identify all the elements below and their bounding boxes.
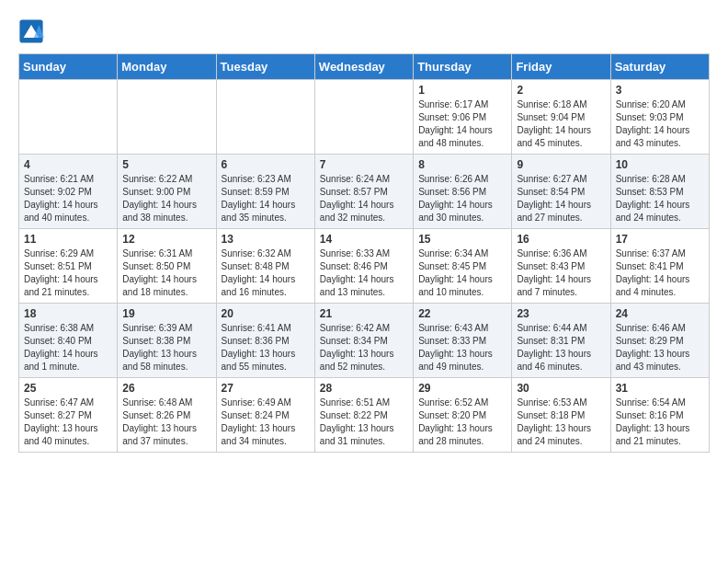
day-number: 26 [122, 382, 210, 395]
calendar-cell: 13Sunrise: 6:32 AM Sunset: 8:48 PM Dayli… [216, 229, 314, 304]
day-info: Sunrise: 6:37 AM Sunset: 8:41 PM Dayligh… [616, 247, 704, 299]
calendar-cell: 2Sunrise: 6:18 AM Sunset: 9:04 PM Daylig… [512, 80, 610, 155]
calendar-cell: 19Sunrise: 6:39 AM Sunset: 8:38 PM Dayli… [118, 304, 216, 378]
day-info: Sunrise: 6:32 AM Sunset: 8:48 PM Dayligh… [222, 247, 310, 299]
calendar-cell: 5Sunrise: 6:22 AM Sunset: 9:00 PM Daylig… [118, 155, 216, 229]
day-info: Sunrise: 6:39 AM Sunset: 8:38 PM Dayligh… [122, 322, 210, 373]
calendar-cell: 10Sunrise: 6:28 AM Sunset: 8:53 PM Dayli… [610, 155, 709, 229]
calendar-cell: 22Sunrise: 6:43 AM Sunset: 8:33 PM Dayli… [414, 304, 512, 378]
calendar-cell: 11Sunrise: 6:29 AM Sunset: 8:51 PM Dayli… [19, 229, 118, 304]
calendar-header: SundayMondayTuesdayWednesdayThursdayFrid… [19, 54, 710, 80]
calendar-table: SundayMondayTuesdayWednesdayThursdayFrid… [18, 53, 710, 453]
calendar-week-1: 1Sunrise: 6:17 AM Sunset: 9:06 PM Daylig… [19, 80, 710, 155]
day-info: Sunrise: 6:17 AM Sunset: 9:06 PM Dayligh… [418, 98, 506, 150]
day-number: 7 [320, 158, 408, 171]
calendar-cell: 21Sunrise: 6:42 AM Sunset: 8:34 PM Dayli… [314, 304, 413, 378]
day-header-friday: Friday [512, 54, 610, 80]
day-number: 20 [222, 307, 310, 320]
day-number: 22 [418, 307, 506, 320]
day-number: 13 [222, 233, 310, 246]
day-number: 21 [320, 307, 408, 320]
calendar-body: 1Sunrise: 6:17 AM Sunset: 9:06 PM Daylig… [19, 80, 710, 453]
day-number: 1 [418, 84, 506, 97]
day-number: 4 [24, 158, 112, 171]
day-info: Sunrise: 6:31 AM Sunset: 8:50 PM Dayligh… [122, 247, 210, 299]
day-info: Sunrise: 6:36 AM Sunset: 8:43 PM Dayligh… [517, 247, 605, 299]
day-header-monday: Monday [118, 54, 216, 80]
calendar-cell: 3Sunrise: 6:20 AM Sunset: 9:03 PM Daylig… [610, 80, 709, 155]
logo [18, 18, 46, 44]
day-header-saturday: Saturday [610, 54, 709, 80]
day-info: Sunrise: 6:23 AM Sunset: 8:59 PM Dayligh… [222, 173, 310, 224]
day-number: 8 [418, 158, 506, 171]
day-number: 19 [122, 307, 210, 320]
calendar-cell: 6Sunrise: 6:23 AM Sunset: 8:59 PM Daylig… [216, 155, 314, 229]
calendar-cell [314, 80, 413, 155]
calendar-week-4: 18Sunrise: 6:38 AM Sunset: 8:40 PM Dayli… [19, 304, 710, 378]
day-header-tuesday: Tuesday [216, 54, 314, 80]
calendar-cell: 12Sunrise: 6:31 AM Sunset: 8:50 PM Dayli… [118, 229, 216, 304]
day-number: 28 [320, 382, 408, 395]
day-number: 30 [517, 382, 605, 395]
day-info: Sunrise: 6:28 AM Sunset: 8:53 PM Dayligh… [616, 173, 704, 224]
day-info: Sunrise: 6:51 AM Sunset: 8:22 PM Dayligh… [320, 396, 408, 448]
calendar-cell: 18Sunrise: 6:38 AM Sunset: 8:40 PM Dayli… [19, 304, 118, 378]
day-number: 14 [320, 233, 408, 246]
logo-icon [18, 18, 44, 44]
day-info: Sunrise: 6:20 AM Sunset: 9:03 PM Dayligh… [616, 98, 704, 150]
calendar-cell [118, 80, 216, 155]
day-number: 17 [616, 233, 704, 246]
calendar-week-5: 25Sunrise: 6:47 AM Sunset: 8:27 PM Dayli… [19, 378, 710, 453]
day-number: 16 [517, 233, 605, 246]
day-header-thursday: Thursday [414, 54, 512, 80]
day-info: Sunrise: 6:38 AM Sunset: 8:40 PM Dayligh… [24, 322, 112, 373]
day-info: Sunrise: 6:41 AM Sunset: 8:36 PM Dayligh… [222, 322, 310, 373]
day-info: Sunrise: 6:21 AM Sunset: 9:02 PM Dayligh… [24, 173, 112, 224]
calendar-cell: 17Sunrise: 6:37 AM Sunset: 8:41 PM Dayli… [610, 229, 709, 304]
day-header-wednesday: Wednesday [314, 54, 413, 80]
day-number: 6 [222, 158, 310, 171]
calendar-cell: 28Sunrise: 6:51 AM Sunset: 8:22 PM Dayli… [314, 378, 413, 453]
calendar-cell [216, 80, 314, 155]
day-info: Sunrise: 6:44 AM Sunset: 8:31 PM Dayligh… [517, 322, 605, 373]
calendar-week-2: 4Sunrise: 6:21 AM Sunset: 9:02 PM Daylig… [19, 155, 710, 229]
day-info: Sunrise: 6:34 AM Sunset: 8:45 PM Dayligh… [418, 247, 506, 299]
day-number: 5 [122, 158, 210, 171]
day-number: 24 [616, 307, 704, 320]
day-info: Sunrise: 6:26 AM Sunset: 8:56 PM Dayligh… [418, 173, 506, 224]
calendar-week-3: 11Sunrise: 6:29 AM Sunset: 8:51 PM Dayli… [19, 229, 710, 304]
day-number: 2 [517, 84, 605, 97]
day-number: 10 [616, 158, 704, 171]
day-info: Sunrise: 6:52 AM Sunset: 8:20 PM Dayligh… [418, 396, 506, 448]
day-info: Sunrise: 6:53 AM Sunset: 8:18 PM Dayligh… [517, 396, 605, 448]
day-info: Sunrise: 6:24 AM Sunset: 8:57 PM Dayligh… [320, 173, 408, 224]
calendar-cell: 8Sunrise: 6:26 AM Sunset: 8:56 PM Daylig… [414, 155, 512, 229]
calendar-cell: 7Sunrise: 6:24 AM Sunset: 8:57 PM Daylig… [314, 155, 413, 229]
day-header-sunday: Sunday [19, 54, 118, 80]
day-info: Sunrise: 6:48 AM Sunset: 8:26 PM Dayligh… [122, 396, 210, 448]
day-number: 25 [24, 382, 112, 395]
calendar-cell: 27Sunrise: 6:49 AM Sunset: 8:24 PM Dayli… [216, 378, 314, 453]
page-header [18, 18, 710, 44]
day-number: 29 [418, 382, 506, 395]
calendar-cell: 25Sunrise: 6:47 AM Sunset: 8:27 PM Dayli… [19, 378, 118, 453]
day-info: Sunrise: 6:27 AM Sunset: 8:54 PM Dayligh… [517, 173, 605, 224]
day-info: Sunrise: 6:46 AM Sunset: 8:29 PM Dayligh… [616, 322, 704, 373]
day-info: Sunrise: 6:54 AM Sunset: 8:16 PM Dayligh… [616, 396, 704, 448]
day-info: Sunrise: 6:43 AM Sunset: 8:33 PM Dayligh… [418, 322, 506, 373]
calendar-cell: 26Sunrise: 6:48 AM Sunset: 8:26 PM Dayli… [118, 378, 216, 453]
day-number: 18 [24, 307, 112, 320]
day-info: Sunrise: 6:18 AM Sunset: 9:04 PM Dayligh… [517, 98, 605, 150]
calendar-cell: 24Sunrise: 6:46 AM Sunset: 8:29 PM Dayli… [610, 304, 709, 378]
calendar-cell: 31Sunrise: 6:54 AM Sunset: 8:16 PM Dayli… [610, 378, 709, 453]
day-number: 12 [122, 233, 210, 246]
calendar-cell: 4Sunrise: 6:21 AM Sunset: 9:02 PM Daylig… [19, 155, 118, 229]
day-number: 9 [517, 158, 605, 171]
calendar-cell: 30Sunrise: 6:53 AM Sunset: 8:18 PM Dayli… [512, 378, 610, 453]
day-number: 27 [222, 382, 310, 395]
calendar-cell: 9Sunrise: 6:27 AM Sunset: 8:54 PM Daylig… [512, 155, 610, 229]
day-info: Sunrise: 6:33 AM Sunset: 8:46 PM Dayligh… [320, 247, 408, 299]
calendar-cell [19, 80, 118, 155]
calendar-cell: 14Sunrise: 6:33 AM Sunset: 8:46 PM Dayli… [314, 229, 413, 304]
calendar-cell: 23Sunrise: 6:44 AM Sunset: 8:31 PM Dayli… [512, 304, 610, 378]
